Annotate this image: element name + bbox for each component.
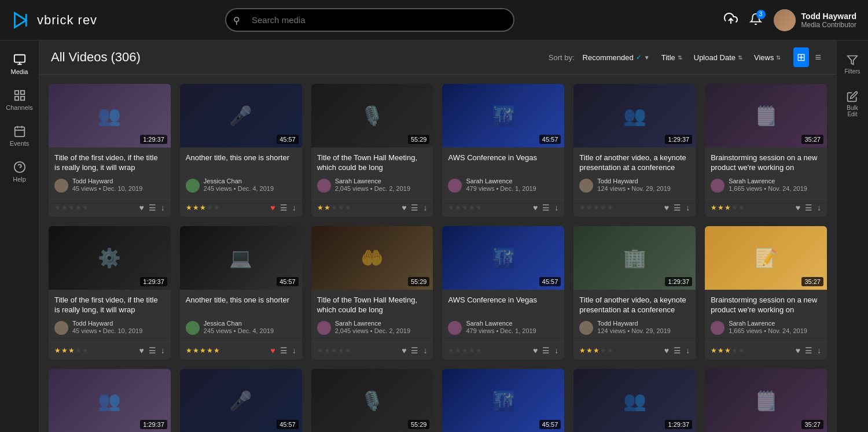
- download-button[interactable]: ↓: [686, 203, 690, 212]
- like-button[interactable]: ♥: [664, 203, 669, 212]
- main-layout: Media Channels Events Help: [0, 40, 868, 432]
- download-button[interactable]: ↓: [423, 203, 427, 212]
- video-card[interactable]: 🗒️ 35:27 Brainstorming session on a new …: [705, 84, 827, 217]
- like-button[interactable]: ♥: [139, 346, 144, 355]
- download-button[interactable]: ↓: [686, 346, 690, 355]
- svg-rect-7: [20, 91, 24, 94]
- svg-rect-6: [14, 91, 18, 94]
- star-rating[interactable]: ★★★★★: [317, 346, 399, 355]
- playlist-button[interactable]: ☰: [674, 346, 681, 355]
- video-card[interactable]: 👥 1:29:37 Title of the first video, if t…: [49, 369, 171, 432]
- like-button[interactable]: ♥: [402, 203, 406, 212]
- action-icons: ♥ ☰ ↓: [139, 346, 165, 355]
- sidebar-item-help[interactable]: Help: [0, 154, 39, 190]
- download-button[interactable]: ↓: [423, 346, 427, 355]
- playlist-button[interactable]: ☰: [280, 346, 288, 355]
- author-details: 245 views • Dec. 4, 2019: [204, 184, 274, 193]
- star-rating[interactable]: ★★★★★: [54, 204, 136, 212]
- sort-recommended-button[interactable]: Recommended ✓ ▼: [579, 51, 653, 64]
- like-button[interactable]: ♥: [402, 346, 406, 355]
- playlist-button[interactable]: ☰: [674, 203, 681, 212]
- download-button[interactable]: ↓: [292, 346, 296, 355]
- video-card[interactable]: 🏢 1:29:37 Title of another video, a keyn…: [573, 226, 696, 359]
- video-title: Brainstorming session on a new product w…: [711, 296, 821, 315]
- playlist-button[interactable]: ☰: [149, 346, 156, 355]
- video-title: Another title, this one is shorter: [186, 153, 296, 173]
- star-rating[interactable]: ★★★★★: [448, 204, 529, 212]
- list-view-button[interactable]: ≡: [811, 47, 825, 67]
- playlist-button[interactable]: ☰: [542, 346, 550, 355]
- video-card[interactable]: 🗒️ 35:27 Brainstorming session on a new …: [705, 369, 827, 432]
- star-empty: ★: [82, 346, 89, 355]
- sidebar-item-media[interactable]: Media: [0, 46, 39, 82]
- video-card[interactable]: 🤲 55:29 Title of the Town Hall Meeting, …: [311, 226, 433, 359]
- sort-views-button[interactable]: Views ⇅: [751, 51, 784, 64]
- sort-title-button[interactable]: Title ⇅: [658, 51, 686, 64]
- star-rating[interactable]: ★★★★★: [186, 204, 267, 212]
- video-card[interactable]: 👥 1:29:37 Title of the first video, if t…: [49, 84, 171, 217]
- playlist-button[interactable]: ☰: [149, 203, 156, 212]
- video-card[interactable]: 🎤 45:57 Another title, this one is short…: [180, 84, 302, 217]
- playlist-button[interactable]: ☰: [411, 203, 418, 212]
- star-empty: ★: [331, 346, 337, 355]
- download-button[interactable]: ↓: [161, 346, 165, 355]
- video-card[interactable]: 🎙️ 55:29 Title of the Town Hall Meeting,…: [311, 84, 433, 217]
- video-info: Brainstorming session on a new product w…: [705, 290, 827, 341]
- video-card[interactable]: 🎤 45:57 Another title, this one is short…: [180, 369, 302, 432]
- playlist-button[interactable]: ☰: [805, 346, 812, 355]
- search-input[interactable]: [225, 8, 514, 32]
- author-details: 124 views • Nov. 29, 2019: [597, 184, 671, 193]
- star-rating[interactable]: ★★★★★: [317, 204, 399, 212]
- video-card[interactable]: 🌃 45:57 AWS Conference in Vegas Sarah La…: [442, 84, 564, 217]
- video-card[interactable]: 🎙️ 55:29 Title of the Town Hall Meeting,…: [311, 369, 433, 432]
- video-card[interactable]: ⚙️ 1:29:37 Title of the first video, if …: [49, 226, 171, 359]
- search-bar[interactable]: ⚲: [225, 8, 514, 32]
- sidebar-item-events[interactable]: Events: [0, 118, 39, 154]
- like-button[interactable]: ♥: [533, 203, 538, 212]
- playlist-button[interactable]: ☰: [805, 203, 812, 212]
- sidebar-item-bulk-edit[interactable]: Bulk Edit: [837, 83, 868, 125]
- notification-bell[interactable]: 3: [749, 13, 762, 28]
- star-rating[interactable]: ★★★★★: [711, 346, 792, 355]
- grid-view-button[interactable]: ⊞: [793, 47, 809, 67]
- like-button[interactable]: ♥: [270, 203, 275, 212]
- sort-upload-date-button[interactable]: Upload Date ⇅: [690, 51, 746, 64]
- video-card[interactable]: 🌃 45:57 AWS Conference in Vegas Sarah La…: [442, 226, 564, 359]
- star-rating[interactable]: ★★★★★: [579, 346, 661, 355]
- download-button[interactable]: ↓: [817, 203, 821, 212]
- download-button[interactable]: ↓: [554, 346, 558, 355]
- video-title: Title of another video, a keynote presen…: [579, 296, 690, 315]
- like-button[interactable]: ♥: [270, 346, 275, 355]
- video-card[interactable]: 📝 35:27 Brainstorming session on a new p…: [705, 226, 827, 359]
- sidebar-item-filters[interactable]: Filters: [840, 46, 865, 83]
- author-details: 1,665 views • Nov. 24, 2019: [729, 327, 807, 335]
- video-card[interactable]: 👥 1:29:37 Title of another video, a keyn…: [573, 84, 696, 217]
- video-card[interactable]: 🌃 45:57 AWS Conference in Vegas Sarah La…: [442, 369, 564, 432]
- upload-button[interactable]: [724, 12, 738, 29]
- like-button[interactable]: ♥: [796, 346, 800, 355]
- star-rating[interactable]: ★★★★★: [711, 204, 792, 212]
- like-button[interactable]: ♥: [139, 203, 144, 212]
- action-icons: ♥ ☰ ↓: [533, 346, 558, 355]
- download-button[interactable]: ↓: [554, 203, 558, 212]
- star-rating[interactable]: ★★★★★: [186, 346, 267, 355]
- logo[interactable]: vbrick rev: [12, 10, 97, 31]
- like-button[interactable]: ♥: [533, 346, 538, 355]
- video-card[interactable]: 👥 1:29:37 Title of another video, a keyn…: [573, 369, 696, 432]
- sidebar-item-channels[interactable]: Channels: [0, 82, 39, 118]
- download-button[interactable]: ↓: [292, 203, 296, 212]
- playlist-button[interactable]: ☰: [411, 346, 418, 355]
- star-rating[interactable]: ★★★★★: [54, 346, 136, 355]
- video-card[interactable]: 💻 45:57 Another title, this one is short…: [180, 226, 302, 359]
- playlist-button[interactable]: ☰: [542, 203, 550, 212]
- like-button[interactable]: ♥: [796, 203, 800, 212]
- star-empty: ★: [469, 204, 475, 212]
- download-button[interactable]: ↓: [817, 346, 821, 355]
- video-duration: 55:29: [408, 277, 430, 286]
- star-rating[interactable]: ★★★★★: [579, 204, 661, 212]
- playlist-button[interactable]: ☰: [280, 203, 288, 212]
- user-info[interactable]: Todd Hayward Media Contributor: [774, 9, 856, 31]
- download-button[interactable]: ↓: [161, 203, 165, 212]
- like-button[interactable]: ♥: [664, 346, 669, 355]
- star-rating[interactable]: ★★★★★: [448, 346, 529, 355]
